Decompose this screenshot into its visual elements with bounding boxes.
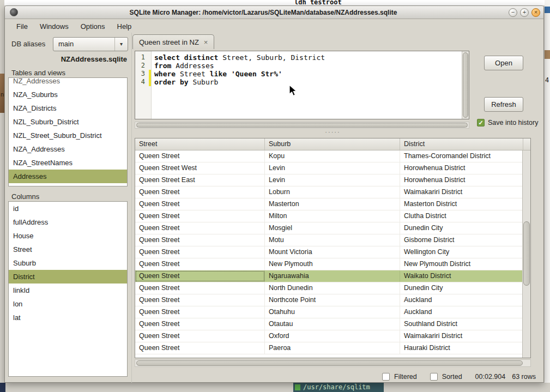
table-list-item[interactable]: NZA_Addresses <box>9 142 127 156</box>
sorted-checkbox[interactable]: ✓ <box>430 373 438 381</box>
results-grid: StreetSuburbDistrict Queen StreetKopuTha… <box>135 138 531 358</box>
close-button[interactable]: × <box>531 8 540 17</box>
background-color-block <box>0 383 5 392</box>
table-row[interactable]: Queen StreetOxfordWaimakariri District <box>135 330 522 342</box>
scrollbar-thumb[interactable] <box>136 360 523 366</box>
line-number: 2 <box>135 62 151 70</box>
sorted-label: Sorted <box>442 373 462 381</box>
menu-options[interactable]: Options <box>75 21 111 32</box>
menu-file[interactable]: File <box>10 21 34 32</box>
chevron-down-icon: ▾ <box>114 38 128 51</box>
refresh-button[interactable]: Refresh <box>484 97 523 112</box>
table-row[interactable]: Queen StreetMount VictoriaWellington Cit… <box>135 246 522 258</box>
terminal-text: /usr/share/sqlitm <box>293 383 384 392</box>
column-list-item[interactable]: Street <box>9 243 127 256</box>
table-row[interactable]: Queen StreetPaeroaHauraki District <box>135 342 522 354</box>
title-bar[interactable]: SQLite Micro Manager: /home/victor/Lazar… <box>5 6 543 19</box>
table-cell: Auckland <box>400 306 522 318</box>
editor-code-area[interactable]: select distinct Street, Suburb, District… <box>152 51 462 119</box>
table-cell: Queen Street <box>135 198 265 210</box>
table-row[interactable]: Queen Street WestLevinHorowhenua Distric… <box>135 162 522 174</box>
editor-gutter: 1234 <box>135 51 152 119</box>
column-list-item[interactable]: District <box>9 270 127 284</box>
table-row[interactable]: Queen StreetLoburnWaimakariri District <box>135 186 522 198</box>
scrollbar-thumb[interactable] <box>463 52 468 118</box>
minimize-button[interactable]: − <box>509 8 517 17</box>
table-cell: Waikato District <box>400 270 522 282</box>
table-row[interactable]: Queen StreetMosgielDunedin City <box>135 222 522 234</box>
table-row[interactable]: Queen StreetNorthcote PointAuckland <box>135 294 522 306</box>
table-list-item[interactable]: NZA_Suburbs <box>9 88 127 101</box>
column-list-item[interactable]: Suburb <box>9 256 127 270</box>
background-text: 4 <box>545 76 549 84</box>
terminal-text: ldh testroot <box>294 0 342 5</box>
save-into-history-option: ✓ Save into history <box>477 119 538 126</box>
table-cell: Queen Street <box>135 150 265 162</box>
editor-horizontal-scrollbar[interactable] <box>135 122 469 129</box>
column-header-suburb[interactable]: Suburb <box>265 138 400 150</box>
table-list-item[interactable]: NZL_Street_Suburb_District <box>9 129 127 142</box>
column-list-item[interactable]: fullAddress <box>9 215 127 229</box>
table-row[interactable]: Queen StreetNgaruawahiaWaikato District <box>135 270 522 282</box>
column-list-item[interactable]: lat <box>9 311 127 324</box>
db-alias-dropdown[interactable]: main ▾ <box>53 37 128 51</box>
table-row[interactable]: Queen StreetNew PlymouthNew Plymouth Dis… <box>135 258 522 270</box>
sql-editor[interactable]: 1234 select distinct Street, Suburb, Dis… <box>135 51 469 119</box>
menu-help[interactable]: Help <box>111 21 138 32</box>
table-list-item[interactable]: NZL_Suburb_District <box>9 115 127 129</box>
table-cell: New Plymouth <box>265 258 400 270</box>
splitter-handle[interactable]: ····· <box>135 129 531 136</box>
table-cell: Northcote Point <box>265 294 400 306</box>
menu-bar: FileWindowsOptionsHelp <box>6 20 542 33</box>
open-button[interactable]: Open <box>484 56 523 70</box>
save-history-checkbox[interactable]: ✓ <box>477 119 485 126</box>
column-list-item[interactable]: id <box>9 202 127 215</box>
table-cell: Kopu <box>265 150 400 162</box>
table-row[interactable]: Queen StreetOtautauSouthland District <box>135 318 522 330</box>
table-cell: Levin <box>265 162 400 174</box>
tab-close-icon[interactable]: × <box>204 39 208 46</box>
grid-body: Queen StreetKopuThames-Coromandel Distri… <box>135 150 522 358</box>
table-cell: Dunedin City <box>400 222 522 234</box>
table-row[interactable]: Queen StreetMotuGisborne District <box>135 234 522 246</box>
table-row[interactable]: Queen StreetKopuThames-Coromandel Distri… <box>135 150 522 162</box>
table-cell: Queen Street <box>135 222 265 234</box>
column-header-street[interactable]: Street <box>135 138 265 150</box>
columns-label: Columns <box>11 192 39 201</box>
table-row[interactable]: Queen StreetMastertonMasterton District <box>135 198 522 210</box>
table-cell: Queen Street <box>135 246 265 258</box>
column-list-item[interactable]: linkId <box>9 284 127 297</box>
menu-windows[interactable]: Windows <box>34 21 75 32</box>
db-alias-value: main <box>58 40 74 48</box>
column-list-item[interactable]: lon <box>9 297 127 311</box>
table-cell: Queen Street <box>135 318 265 330</box>
table-row[interactable]: Queen Street EastLevinHorowhenua Distric… <box>135 174 522 186</box>
filtered-checkbox[interactable]: ✓ <box>382 373 390 381</box>
line-number: 4 <box>135 78 151 86</box>
table-list-item[interactable]: NZ_Addresses <box>9 77 127 88</box>
table-cell: Waimakariri District <box>400 330 522 342</box>
table-row[interactable]: Queen StreetNorth DunedinDunedin City <box>135 282 522 294</box>
table-list-item[interactable]: NZA_StreetNames <box>9 156 127 170</box>
table-list-item[interactable]: NZA_Districts <box>9 101 127 115</box>
table-cell: Waimakariri District <box>400 186 522 198</box>
scrollbar-thumb[interactable] <box>523 221 530 286</box>
table-row[interactable]: Queen StreetMiltonClutha District <box>135 210 522 222</box>
grid-horizontal-scrollbar[interactable] <box>135 359 531 367</box>
grid-header: StreetSuburbDistrict <box>135 138 530 150</box>
table-row[interactable]: Queen StreetOtahuhuAuckland <box>135 306 522 318</box>
tab-query[interactable]: Queen street in NZ × <box>132 34 214 49</box>
db-aliases-label: DB aliases <box>11 40 45 48</box>
table-list-item[interactable]: Addresses <box>9 170 127 183</box>
code-line: where Street like 'Queen Str%' <box>154 70 462 78</box>
table-cell: Otautau <box>265 318 400 330</box>
editor-vertical-scrollbar[interactable] <box>462 51 469 119</box>
table-cell: Queen Street <box>135 234 265 246</box>
table-cell: Otahuhu <box>265 306 400 318</box>
grid-vertical-scrollbar[interactable] <box>522 150 530 358</box>
maximize-button[interactable]: + <box>520 8 529 17</box>
column-header-district[interactable]: District <box>400 138 523 150</box>
table-cell: Milton <box>265 210 400 222</box>
column-list-item[interactable]: House <box>9 229 127 243</box>
scrollbar-thumb[interactable] <box>136 123 468 128</box>
